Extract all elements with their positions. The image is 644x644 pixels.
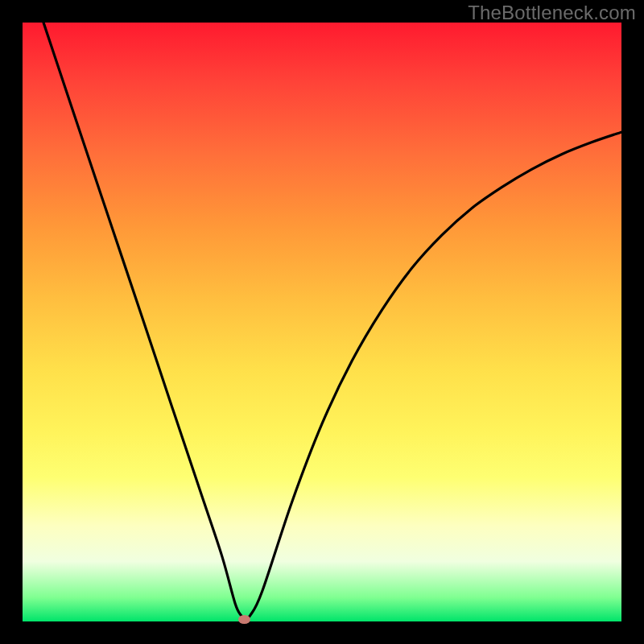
plot-area — [23, 23, 621, 621]
optimum-marker — [238, 615, 250, 624]
chart-frame: TheBottleneck.com — [0, 0, 644, 644]
watermark-text: TheBottleneck.com — [468, 2, 636, 24]
bottleneck-curve — [23, 23, 621, 621]
